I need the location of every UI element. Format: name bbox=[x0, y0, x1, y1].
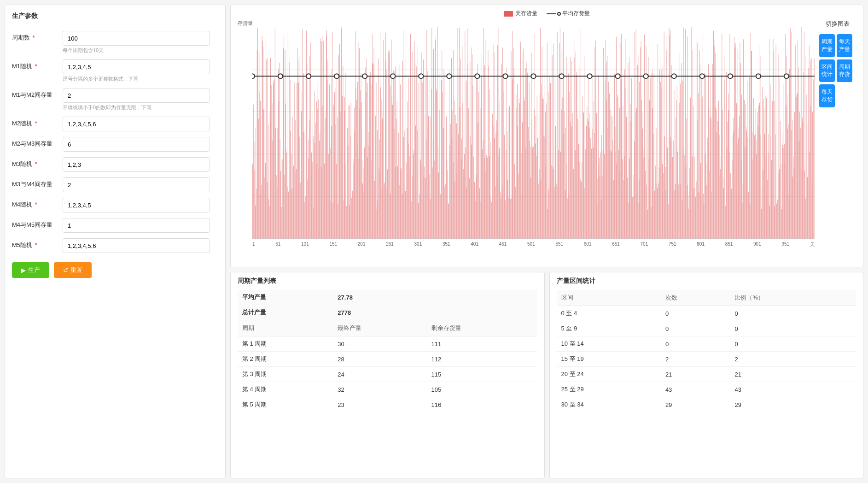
svg-rect-251 bbox=[387, 188, 387, 239]
svg-rect-453 bbox=[500, 192, 501, 239]
produce-button[interactable]: ▶ 生产 bbox=[12, 262, 49, 278]
svg-rect-283 bbox=[405, 188, 405, 239]
svg-rect-574 bbox=[568, 73, 569, 239]
input-m2-m3-stock[interactable] bbox=[63, 137, 210, 152]
svg-rect-552 bbox=[556, 128, 556, 239]
svg-rect-196 bbox=[356, 88, 356, 239]
svg-rect-701 bbox=[640, 180, 640, 239]
x-label-551: 551 bbox=[555, 242, 563, 248]
switch-daily-output[interactable]: 每天产量 bbox=[837, 34, 852, 57]
svg-rect-589 bbox=[577, 75, 577, 239]
input-m4-m5-stock[interactable] bbox=[63, 218, 210, 233]
table-cell: 32 bbox=[333, 382, 426, 397]
svg-rect-427 bbox=[486, 40, 486, 239]
summary-row: 平均产量27.78 bbox=[238, 290, 537, 305]
svg-rect-437 bbox=[491, 202, 492, 239]
svg-rect-45 bbox=[271, 55, 271, 239]
svg-rect-939 bbox=[774, 51, 774, 239]
svg-rect-645 bbox=[608, 82, 609, 239]
svg-rect-821 bbox=[707, 137, 708, 239]
svg-rect-106 bbox=[305, 196, 306, 239]
svg-rect-781 bbox=[685, 190, 685, 239]
svg-rect-494 bbox=[524, 48, 524, 239]
svg-rect-855 bbox=[726, 72, 727, 239]
svg-rect-524 bbox=[540, 28, 541, 239]
svg-rect-258 bbox=[390, 86, 391, 239]
svg-rect-292 bbox=[410, 168, 410, 239]
svg-rect-351 bbox=[443, 69, 443, 239]
svg-rect-59 bbox=[279, 101, 279, 239]
input-m3-random[interactable] bbox=[63, 157, 210, 172]
input-m1-random[interactable] bbox=[63, 59, 210, 74]
svg-rect-573 bbox=[568, 67, 568, 239]
summary-label: 总计产量 bbox=[238, 305, 333, 320]
switch-period-output[interactable]: 周期产量 bbox=[819, 34, 835, 57]
svg-rect-224 bbox=[372, 160, 372, 239]
input-m2-random[interactable] bbox=[63, 117, 210, 131]
svg-rect-264 bbox=[394, 71, 395, 239]
input-cycles[interactable] bbox=[63, 31, 210, 46]
input-m1-m2-stock[interactable] bbox=[63, 88, 210, 103]
svg-rect-385 bbox=[462, 46, 462, 239]
svg-rect-345 bbox=[440, 110, 440, 239]
svg-rect-674 bbox=[624, 70, 625, 239]
svg-rect-597 bbox=[581, 182, 582, 239]
svg-rect-117 bbox=[311, 153, 312, 239]
svg-rect-101 bbox=[303, 29, 303, 239]
svg-rect-615 bbox=[591, 148, 592, 239]
svg-rect-350 bbox=[443, 92, 443, 239]
svg-rect-816 bbox=[705, 73, 705, 239]
chart-svg: 15 12 9 6 3 0 bbox=[252, 27, 815, 239]
svg-rect-111 bbox=[308, 140, 309, 239]
x-label-501: 501 bbox=[527, 242, 535, 248]
svg-rect-996 bbox=[805, 199, 806, 239]
svg-rect-302 bbox=[415, 125, 416, 239]
svg-rect-521 bbox=[538, 184, 539, 239]
svg-rect-127 bbox=[317, 82, 317, 239]
svg-rect-591 bbox=[578, 120, 578, 239]
switch-daily-stock[interactable]: 每天存货 bbox=[819, 84, 835, 107]
svg-rect-763 bbox=[675, 90, 675, 239]
svg-rect-252 bbox=[387, 169, 388, 239]
svg-rect-426 bbox=[485, 171, 485, 239]
input-m4-random[interactable] bbox=[63, 198, 210, 212]
svg-rect-788 bbox=[688, 209, 689, 239]
svg-rect-546 bbox=[553, 167, 553, 239]
svg-rect-696 bbox=[637, 180, 637, 239]
svg-rect-875 bbox=[738, 144, 738, 239]
svg-rect-145 bbox=[327, 81, 327, 239]
svg-rect-668 bbox=[621, 34, 622, 239]
svg-rect-104 bbox=[304, 131, 304, 239]
svg-rect-297 bbox=[413, 177, 413, 239]
form-row-m2-m3-stock: M2与M3间存量 bbox=[12, 137, 218, 152]
svg-rect-951 bbox=[781, 121, 781, 239]
switch-period-stock[interactable]: 周期存货 bbox=[837, 59, 852, 82]
svg-rect-953 bbox=[781, 209, 782, 239]
reset-button[interactable]: ↺ 重置 bbox=[54, 262, 92, 278]
stats-cell: 0 bbox=[730, 336, 856, 352]
svg-rect-648 bbox=[610, 150, 611, 239]
svg-rect-962 bbox=[786, 56, 787, 239]
svg-rect-512 bbox=[534, 146, 534, 239]
svg-rect-429 bbox=[487, 152, 487, 239]
svg-rect-863 bbox=[731, 202, 731, 239]
svg-rect-483 bbox=[517, 84, 518, 239]
svg-rect-523 bbox=[540, 94, 540, 239]
svg-rect-907 bbox=[756, 134, 756, 239]
input-m3-m4-stock[interactable] bbox=[63, 177, 210, 192]
svg-rect-779 bbox=[684, 28, 684, 239]
svg-rect-497 bbox=[525, 149, 525, 239]
stats-row: 20 至 242121 bbox=[557, 367, 856, 382]
svg-rect-379 bbox=[459, 69, 459, 239]
svg-rect-579 bbox=[571, 61, 571, 239]
switch-interval-stats[interactable]: 区间统计 bbox=[819, 59, 835, 82]
input-m5-random[interactable] bbox=[63, 238, 210, 253]
svg-rect-699 bbox=[639, 55, 639, 239]
svg-rect-164 bbox=[338, 204, 338, 239]
svg-rect-291 bbox=[409, 156, 410, 239]
svg-rect-51 bbox=[274, 78, 275, 239]
svg-rect-313 bbox=[422, 53, 422, 239]
svg-rect-744 bbox=[664, 32, 664, 239]
x-label-301: 301 bbox=[414, 242, 422, 248]
svg-rect-963 bbox=[787, 94, 787, 239]
